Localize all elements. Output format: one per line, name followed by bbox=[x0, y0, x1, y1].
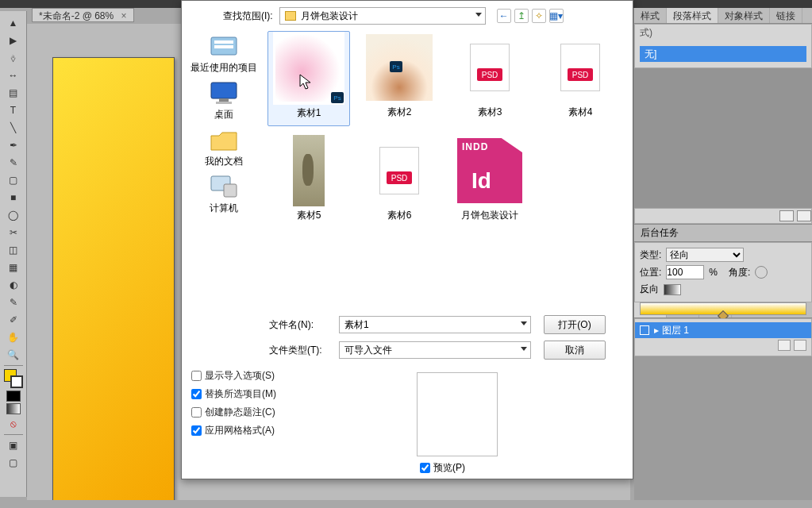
type-tool[interactable]: T bbox=[5, 102, 22, 118]
look-in-value: 月饼包装设计 bbox=[301, 10, 358, 23]
cancel-button[interactable]: 取消 bbox=[544, 341, 606, 360]
file-label: 月饼包装设计 bbox=[461, 209, 518, 222]
gap-tool[interactable]: ↔ bbox=[5, 67, 22, 83]
document-tab[interactable]: *未命名-2 @ 68% × bbox=[32, 8, 134, 22]
view-menu-icon[interactable]: ▦▾ bbox=[549, 9, 564, 23]
place-recent[interactable]: 最近使用的项目 bbox=[190, 33, 257, 75]
background-tasks-title[interactable]: 后台任务 bbox=[634, 224, 812, 242]
expand-icon[interactable]: ▸ bbox=[654, 325, 659, 336]
place-documents[interactable]: 我的文档 bbox=[205, 126, 243, 168]
static-caption-checkbox[interactable]: 创建静态题注(C) bbox=[191, 406, 276, 419]
delete-item-icon[interactable] bbox=[797, 210, 811, 221]
svg-rect-7 bbox=[224, 184, 237, 197]
file-label: 素材5 bbox=[297, 209, 321, 222]
eyedropper-tool[interactable]: ✐ bbox=[5, 312, 22, 328]
default-swatch[interactable] bbox=[6, 391, 21, 402]
line-tool[interactable]: ╲ bbox=[5, 120, 22, 136]
chevron-down-icon bbox=[521, 347, 527, 351]
selected-style-row[interactable]: 无] bbox=[640, 46, 806, 62]
document-page[interactable] bbox=[52, 57, 175, 500]
page-tool[interactable]: ⎀ bbox=[5, 50, 22, 66]
filename-input[interactable]: 素材1 bbox=[339, 316, 531, 333]
recent-icon bbox=[208, 33, 240, 60]
thumbnail-image bbox=[293, 135, 325, 206]
file-item[interactable]: Ps 素材1 bbox=[267, 31, 350, 126]
gradient-panel: 类型: 径向 位置: % 角度: 反向 bbox=[634, 242, 812, 302]
pen-tool[interactable]: ✒ bbox=[5, 137, 22, 153]
filetype-select[interactable]: 可导入文件 bbox=[339, 341, 531, 359]
free-transform-tool[interactable]: ◫ bbox=[5, 242, 22, 258]
gradient-pos-input[interactable] bbox=[666, 265, 704, 279]
ps-corner-icon: Ps bbox=[331, 92, 344, 103]
computer-icon bbox=[208, 173, 240, 200]
angle-dial[interactable] bbox=[755, 266, 768, 279]
file-label: 素材4 bbox=[568, 106, 593, 119]
file-item[interactable]: PSD 素材3 bbox=[448, 31, 531, 126]
rectangle-tool[interactable]: ■ bbox=[5, 190, 22, 206]
visibility-icon[interactable] bbox=[640, 325, 649, 335]
gradient-swatch-tool[interactable]: ▦ bbox=[5, 260, 22, 275]
gradient-swatch[interactable] bbox=[6, 403, 21, 414]
screen-mode-preview[interactable]: ▢ bbox=[5, 455, 22, 471]
apply-grid-checkbox[interactable]: 应用网格格式(A) bbox=[191, 424, 276, 437]
close-tab-icon[interactable]: × bbox=[121, 10, 127, 21]
preview-checkbox[interactable]: 预览(P) bbox=[420, 461, 465, 475]
layer-name: 图层 1 bbox=[662, 324, 689, 337]
file-label: 素材3 bbox=[478, 106, 502, 119]
ps-corner-icon: Ps bbox=[390, 61, 402, 72]
replace-selected-checkbox[interactable]: 替换所选项目(M) bbox=[191, 387, 276, 401]
file-label: 素材2 bbox=[387, 106, 412, 119]
desktop-icon bbox=[208, 79, 240, 106]
file-item[interactable]: Ps 素材2 bbox=[358, 31, 441, 126]
nav-back-icon[interactable]: ← bbox=[497, 9, 511, 23]
reverse-gradient-button[interactable] bbox=[664, 284, 681, 295]
show-import-checkbox[interactable]: 显示导入选项(S) bbox=[191, 369, 276, 383]
new-item-icon[interactable] bbox=[779, 210, 794, 221]
layer-row[interactable]: ▸ 图层 1 bbox=[635, 322, 811, 338]
file-item[interactable]: 素材5 bbox=[267, 134, 350, 229]
file-item[interactable]: PSD 素材6 bbox=[358, 134, 441, 229]
ellipse-tool[interactable]: ◯ bbox=[5, 207, 22, 223]
tab-object-styles[interactable]: 对象样式 bbox=[718, 8, 770, 23]
gradient-ramp[interactable] bbox=[640, 302, 806, 315]
note-tool[interactable]: ✎ bbox=[5, 294, 22, 310]
file-item[interactable]: INDDId 月饼包装设计 bbox=[448, 134, 531, 229]
panel-footer-icons bbox=[634, 208, 812, 224]
apply-none-icon[interactable]: ⦸ bbox=[5, 416, 22, 432]
rectangle-frame-tool[interactable]: ▢ bbox=[5, 172, 22, 188]
place-computer[interactable]: 计算机 bbox=[208, 173, 240, 215]
new-layer-icon[interactable] bbox=[778, 340, 791, 351]
selection-tool[interactable]: ▲ bbox=[5, 15, 22, 31]
tab-paragraph-styles[interactable]: 段落样式 bbox=[667, 8, 718, 23]
filename-label: 文件名(N): bbox=[269, 318, 339, 332]
gradient-feather-tool[interactable]: ◐ bbox=[5, 277, 22, 293]
open-button[interactable]: 打开(O) bbox=[544, 315, 606, 334]
tab-styles[interactable]: 样式 bbox=[634, 8, 667, 23]
place-computer-label: 计算机 bbox=[210, 202, 238, 215]
file-label: 素材1 bbox=[297, 106, 321, 120]
documents-icon bbox=[208, 126, 240, 153]
basic-style-label: 式) bbox=[635, 25, 811, 41]
pencil-tool[interactable]: ✎ bbox=[5, 155, 22, 171]
filetype-label: 文件类型(T): bbox=[269, 344, 339, 357]
file-item[interactable]: PSD 素材4 bbox=[539, 31, 622, 126]
indd-file-icon: INDDId bbox=[457, 138, 522, 203]
scissors-tool[interactable]: ✂ bbox=[5, 225, 22, 241]
direct-selection-tool[interactable]: ▶ bbox=[5, 33, 22, 48]
thumbnail-image: Ps bbox=[275, 35, 342, 102]
place-desktop-label: 桌面 bbox=[214, 108, 233, 121]
screen-mode-normal[interactable]: ▣ bbox=[5, 437, 22, 453]
tab-links[interactable]: 链接 bbox=[770, 8, 802, 23]
zoom-tool[interactable]: 🔍 bbox=[5, 347, 22, 363]
delete-layer-icon[interactable] bbox=[794, 340, 806, 351]
hand-tool[interactable]: ✋ bbox=[5, 329, 22, 345]
place-desktop[interactable]: 桌面 bbox=[208, 79, 240, 121]
fill-stroke-swatch[interactable] bbox=[4, 369, 23, 388]
thumbnail-image: Ps bbox=[366, 34, 433, 101]
gradient-type-select[interactable]: 径向 bbox=[666, 248, 744, 262]
nav-up-icon[interactable]: ↥ bbox=[514, 9, 529, 23]
look-in-combo[interactable]: 月饼包装设计 bbox=[279, 7, 486, 25]
new-folder-icon[interactable]: ✧ bbox=[532, 9, 546, 23]
content-collector-tool[interactable]: ▤ bbox=[5, 85, 22, 101]
preview-box bbox=[417, 372, 498, 456]
